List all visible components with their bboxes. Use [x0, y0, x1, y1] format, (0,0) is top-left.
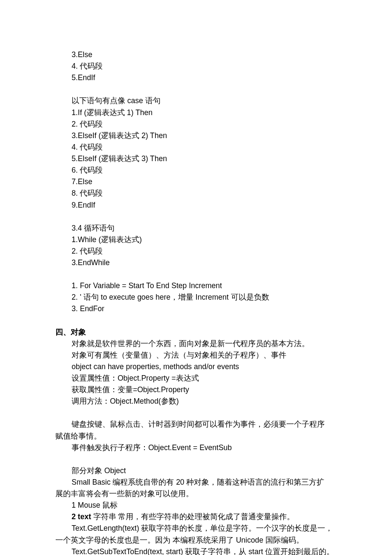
text-line: object can have properties, methods and/… [55, 361, 337, 373]
code-line: 4. 代码段 [55, 142, 337, 153]
code-line: 6. 代码段 [55, 165, 337, 176]
code-line: 2. ' 语句 to execute goes here，增量 Incremen… [55, 292, 337, 303]
code-line: 9.EndIf [55, 199, 337, 211]
bold-text: 2 text [72, 512, 91, 521]
code-line: 7.Else [55, 176, 337, 188]
code-line: 2. 代码段 [55, 119, 337, 130]
code-line: 4. 代码段 [55, 61, 337, 72]
text-line: 一个英文字母的长度也是一。因为 本编程系统采用了 Unicode 国际编码。 [55, 535, 337, 546]
section-title: 四、对象 [55, 327, 337, 338]
text-line: 部分对象 Object [55, 465, 337, 477]
text-line: Text.GetLength(text) 获取字符串的长度，单位是字符。一个汉字… [55, 523, 337, 534]
text-line: 对象可有属性（变量值）、方法（与对象相关的子程序）、事件 [55, 350, 337, 361]
text-line: 1 Mouse 鼠标 [55, 500, 337, 511]
text-line: 获取属性值：变量=Object.Property [55, 384, 337, 396]
text-line: 键盘按键、鼠标点击、计时器到时间都可以看作为事件，必须要一个子程序 [55, 419, 337, 430]
spacer [55, 269, 337, 280]
spacer [55, 407, 337, 419]
code-line: 1.If (逻辑表达式 1) Then [55, 107, 337, 119]
text-line: 调用方法：Object.Method(参数) [55, 396, 337, 407]
subsection-title: 3.4 循环语句 [55, 223, 337, 234]
code-line: 5.ElseIf (逻辑表达式 3) Then [55, 153, 337, 165]
text-line: 2 text 字符串 常用，有些字符串的处理被简化成了普通变量操作。 [55, 511, 337, 523]
text-line: Small Basic 编程系统自带的有 20 种对象，随着这种语言的流行和第三… [55, 477, 337, 488]
spacer [55, 315, 337, 327]
code-line: 2. 代码段 [55, 246, 337, 257]
spacer [55, 211, 337, 223]
text-line: Text.GetSubTextToEnd(text, start) 获取子字符串… [55, 546, 337, 555]
text-line: 事件触发执行子程序：Object.Event = EventSub [55, 442, 337, 454]
spacer [55, 84, 337, 95]
code-line: 3.ElseIf (逻辑表达式 2) Then [55, 130, 337, 142]
text-line: 对象就是软件世界的一个东西，面向对象是新一代程序员的基本方法。 [55, 338, 337, 350]
text-line: 展的丰富将会有一些新的对象可以使用。 [55, 488, 337, 500]
code-line: 5.EndIf [55, 72, 337, 84]
text-line: 设置属性值：Object.Property =表达式 [55, 373, 337, 384]
code-line: 1.While (逻辑表达式) [55, 234, 337, 246]
code-line: 8. 代码段 [55, 188, 337, 199]
code-line: 3.Else [55, 49, 337, 61]
code-line: 3.EndWhile [55, 257, 337, 269]
text-line: 以下语句有点像 case 语句 [55, 95, 337, 107]
code-line: 3. EndFor [55, 303, 337, 315]
text-span: 字符串 常用，有些字符串的处理被简化成了普通变量操作。 [91, 512, 295, 521]
text-line: 赋值给事情。 [55, 431, 337, 442]
code-line: 1. For Variable = Start To End Step Incr… [55, 280, 337, 292]
spacer [55, 454, 337, 465]
